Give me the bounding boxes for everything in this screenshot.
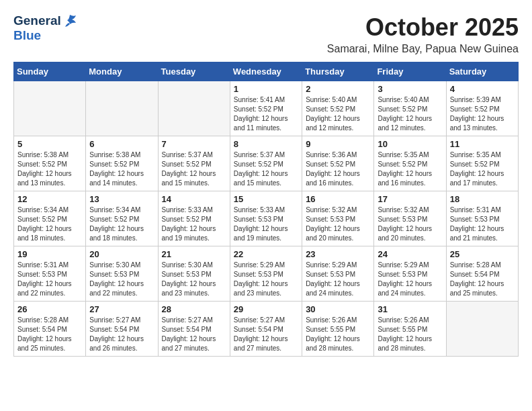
calendar-cell: 27Sunrise: 5:27 AM Sunset: 5:54 PM Dayli… xyxy=(86,302,158,357)
calendar-header-tuesday: Tuesday xyxy=(158,62,230,81)
day-number: 21 xyxy=(162,249,226,259)
day-number: 25 xyxy=(450,249,515,259)
day-number: 11 xyxy=(450,139,515,149)
calendar-cell xyxy=(158,81,230,136)
day-detail: Sunrise: 5:38 AM Sunset: 5:52 PM Dayligh… xyxy=(89,150,154,188)
calendar-cell: 21Sunrise: 5:30 AM Sunset: 5:53 PM Dayli… xyxy=(158,246,230,302)
page-header: General Blue October 2025 Samarai, Milne… xyxy=(13,13,519,55)
calendar-cell: 20Sunrise: 5:30 AM Sunset: 5:53 PM Dayli… xyxy=(86,246,158,302)
day-number: 8 xyxy=(234,139,298,149)
calendar-cell: 7Sunrise: 5:37 AM Sunset: 5:52 PM Daylig… xyxy=(158,136,230,191)
day-number: 19 xyxy=(17,249,82,259)
day-detail: Sunrise: 5:38 AM Sunset: 5:52 PM Dayligh… xyxy=(17,150,82,188)
calendar-cell: 31Sunrise: 5:26 AM Sunset: 5:55 PM Dayli… xyxy=(374,302,446,357)
calendar-table: SundayMondayTuesdayWednesdayThursdayFrid… xyxy=(13,62,519,357)
calendar-week-4: 19Sunrise: 5:31 AM Sunset: 5:53 PM Dayli… xyxy=(14,246,519,302)
day-number: 3 xyxy=(378,84,442,94)
calendar-cell: 9Sunrise: 5:36 AM Sunset: 5:52 PM Daylig… xyxy=(302,136,374,191)
day-detail: Sunrise: 5:37 AM Sunset: 5:52 PM Dayligh… xyxy=(162,150,226,188)
calendar-cell: 4Sunrise: 5:39 AM Sunset: 5:52 PM Daylig… xyxy=(446,81,518,136)
day-detail: Sunrise: 5:37 AM Sunset: 5:52 PM Dayligh… xyxy=(234,150,298,188)
calendar-cell: 22Sunrise: 5:29 AM Sunset: 5:53 PM Dayli… xyxy=(230,246,302,302)
day-detail: Sunrise: 5:35 AM Sunset: 5:52 PM Dayligh… xyxy=(378,150,442,188)
month-title: October 2025 xyxy=(327,13,519,42)
calendar-header-monday: Monday xyxy=(86,62,158,81)
calendar-cell: 25Sunrise: 5:28 AM Sunset: 5:54 PM Dayli… xyxy=(446,246,518,302)
day-detail: Sunrise: 5:40 AM Sunset: 5:52 PM Dayligh… xyxy=(378,95,442,133)
day-number: 7 xyxy=(162,139,226,149)
day-detail: Sunrise: 5:28 AM Sunset: 5:54 PM Dayligh… xyxy=(450,261,515,298)
logo-general: General xyxy=(13,13,61,28)
calendar-cell: 14Sunrise: 5:33 AM Sunset: 5:52 PM Dayli… xyxy=(158,191,230,246)
calendar-cell xyxy=(86,81,158,136)
calendar-cell: 30Sunrise: 5:26 AM Sunset: 5:55 PM Dayli… xyxy=(302,302,374,357)
calendar-cell: 2Sunrise: 5:40 AM Sunset: 5:52 PM Daylig… xyxy=(302,81,374,136)
day-number: 27 xyxy=(89,304,154,314)
day-number: 12 xyxy=(17,194,82,204)
day-detail: Sunrise: 5:32 AM Sunset: 5:53 PM Dayligh… xyxy=(306,205,370,243)
calendar-cell: 28Sunrise: 5:27 AM Sunset: 5:54 PM Dayli… xyxy=(158,302,230,357)
day-detail: Sunrise: 5:26 AM Sunset: 5:55 PM Dayligh… xyxy=(378,316,442,353)
day-number: 14 xyxy=(162,194,226,204)
day-detail: Sunrise: 5:27 AM Sunset: 5:54 PM Dayligh… xyxy=(89,316,154,353)
day-detail: Sunrise: 5:30 AM Sunset: 5:53 PM Dayligh… xyxy=(162,261,226,298)
calendar-cell: 29Sunrise: 5:27 AM Sunset: 5:54 PM Dayli… xyxy=(230,302,302,357)
day-detail: Sunrise: 5:34 AM Sunset: 5:52 PM Dayligh… xyxy=(89,205,154,243)
day-detail: Sunrise: 5:39 AM Sunset: 5:52 PM Dayligh… xyxy=(450,95,515,133)
calendar-cell: 12Sunrise: 5:34 AM Sunset: 5:52 PM Dayli… xyxy=(14,191,86,246)
logo: General Blue xyxy=(13,13,77,43)
calendar-cell xyxy=(14,81,86,136)
day-number: 16 xyxy=(306,194,370,204)
day-number: 5 xyxy=(17,139,82,149)
day-number: 30 xyxy=(306,304,370,314)
day-number: 1 xyxy=(234,84,298,94)
logo-blue: Blue xyxy=(13,28,41,43)
day-detail: Sunrise: 5:35 AM Sunset: 5:52 PM Dayligh… xyxy=(450,150,515,188)
day-number: 6 xyxy=(89,139,154,149)
calendar-cell: 3Sunrise: 5:40 AM Sunset: 5:52 PM Daylig… xyxy=(374,81,446,136)
day-detail: Sunrise: 5:34 AM Sunset: 5:52 PM Dayligh… xyxy=(17,205,82,243)
day-number: 22 xyxy=(234,249,298,259)
day-detail: Sunrise: 5:29 AM Sunset: 5:53 PM Dayligh… xyxy=(378,261,442,298)
calendar-cell: 15Sunrise: 5:33 AM Sunset: 5:53 PM Dayli… xyxy=(230,191,302,246)
calendar-cell: 19Sunrise: 5:31 AM Sunset: 5:53 PM Dayli… xyxy=(14,246,86,302)
calendar-week-3: 12Sunrise: 5:34 AM Sunset: 5:52 PM Dayli… xyxy=(14,191,519,246)
day-number: 20 xyxy=(89,249,154,259)
day-number: 31 xyxy=(378,304,442,314)
day-detail: Sunrise: 5:32 AM Sunset: 5:53 PM Dayligh… xyxy=(378,205,442,243)
day-detail: Sunrise: 5:31 AM Sunset: 5:53 PM Dayligh… xyxy=(450,205,515,243)
calendar-header-sunday: Sunday xyxy=(14,62,86,81)
title-block: October 2025 Samarai, Milne Bay, Papua N… xyxy=(327,13,519,55)
day-number: 15 xyxy=(234,194,298,204)
calendar-cell: 13Sunrise: 5:34 AM Sunset: 5:52 PM Dayli… xyxy=(86,191,158,246)
day-number: 4 xyxy=(450,84,515,94)
calendar-cell: 11Sunrise: 5:35 AM Sunset: 5:52 PM Dayli… xyxy=(446,136,518,191)
day-detail: Sunrise: 5:27 AM Sunset: 5:54 PM Dayligh… xyxy=(234,316,298,353)
day-detail: Sunrise: 5:29 AM Sunset: 5:53 PM Dayligh… xyxy=(234,261,298,298)
calendar-cell: 16Sunrise: 5:32 AM Sunset: 5:53 PM Dayli… xyxy=(302,191,374,246)
day-number: 23 xyxy=(306,249,370,259)
day-detail: Sunrise: 5:30 AM Sunset: 5:53 PM Dayligh… xyxy=(89,261,154,298)
calendar-cell: 10Sunrise: 5:35 AM Sunset: 5:52 PM Dayli… xyxy=(374,136,446,191)
calendar-header-saturday: Saturday xyxy=(446,62,518,81)
day-detail: Sunrise: 5:28 AM Sunset: 5:54 PM Dayligh… xyxy=(17,316,82,353)
day-detail: Sunrise: 5:36 AM Sunset: 5:52 PM Dayligh… xyxy=(306,150,370,188)
day-number: 28 xyxy=(162,304,226,314)
day-number: 2 xyxy=(306,84,370,94)
day-detail: Sunrise: 5:41 AM Sunset: 5:52 PM Dayligh… xyxy=(234,95,298,133)
day-number: 18 xyxy=(450,194,515,204)
day-number: 13 xyxy=(89,194,154,204)
calendar-header-thursday: Thursday xyxy=(302,62,374,81)
calendar-header-wednesday: Wednesday xyxy=(230,62,302,81)
calendar-cell: 6Sunrise: 5:38 AM Sunset: 5:52 PM Daylig… xyxy=(86,136,158,191)
logo-icon xyxy=(62,13,77,28)
day-detail: Sunrise: 5:40 AM Sunset: 5:52 PM Dayligh… xyxy=(306,95,370,133)
calendar-cell: 26Sunrise: 5:28 AM Sunset: 5:54 PM Dayli… xyxy=(14,302,86,357)
calendar-cell: 1Sunrise: 5:41 AM Sunset: 5:52 PM Daylig… xyxy=(230,81,302,136)
calendar-week-5: 26Sunrise: 5:28 AM Sunset: 5:54 PM Dayli… xyxy=(14,302,519,357)
day-detail: Sunrise: 5:31 AM Sunset: 5:53 PM Dayligh… xyxy=(17,261,82,298)
day-detail: Sunrise: 5:33 AM Sunset: 5:52 PM Dayligh… xyxy=(162,205,226,243)
calendar-cell: 24Sunrise: 5:29 AM Sunset: 5:53 PM Dayli… xyxy=(374,246,446,302)
day-number: 17 xyxy=(378,194,442,204)
calendar-week-2: 5Sunrise: 5:38 AM Sunset: 5:52 PM Daylig… xyxy=(14,136,519,191)
